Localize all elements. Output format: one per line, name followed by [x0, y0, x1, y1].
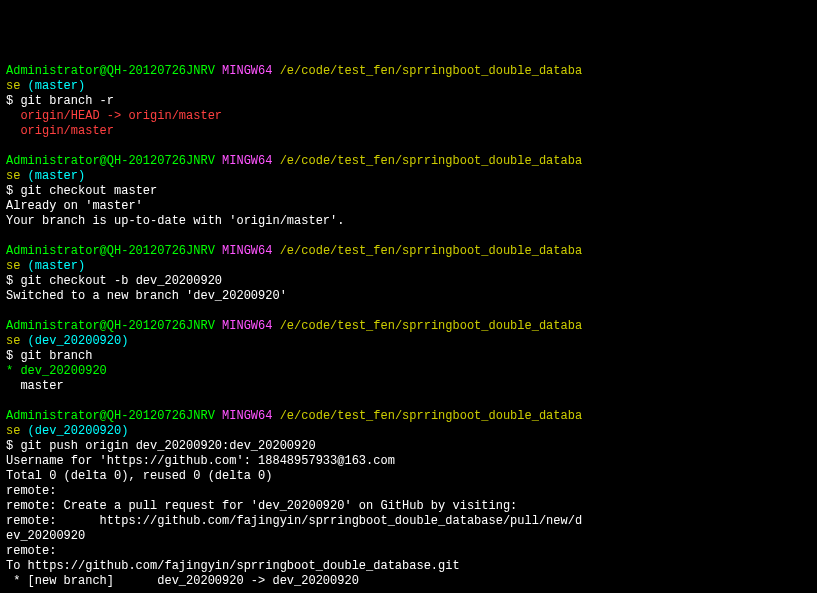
mingw-tag: MINGW64 [222, 319, 272, 333]
cwd-path: /e/code/test_fen/sprringboot_double_data… [280, 244, 582, 258]
branch-indicator: (dev_20200920) [28, 334, 129, 348]
cwd-path-wrap: se [6, 259, 20, 273]
branch-indicator: (master) [28, 79, 86, 93]
user-host: Administrator@QH-20120726JNRV [6, 409, 215, 423]
branch-output-line: origin/HEAD -> origin/master [6, 109, 222, 123]
prompt-dollar: $ [6, 274, 13, 288]
cwd-path-wrap: se [6, 79, 20, 93]
cmd-git-push: git push origin dev_20200920:dev_2020092… [20, 439, 315, 453]
output-line: Username for 'https://github.com': 18848… [6, 454, 395, 468]
output-line: remote: Create a pull request for 'dev_2… [6, 499, 517, 513]
branch-indicator: (master) [28, 169, 86, 183]
cwd-path-wrap: se [6, 334, 20, 348]
prompt-dollar: $ [6, 439, 13, 453]
mingw-tag: MINGW64 [222, 154, 272, 168]
branch-indicator: (master) [28, 259, 86, 273]
user-host: Administrator@QH-20120726JNRV [6, 244, 215, 258]
mingw-tag: MINGW64 [222, 64, 272, 78]
prompt-dollar: $ [6, 349, 13, 363]
cmd-git-checkout-b: git checkout -b dev_20200920 [20, 274, 222, 288]
output-line: ev_20200920 [6, 529, 85, 543]
mingw-tag: MINGW64 [222, 244, 272, 258]
cwd-path: /e/code/test_fen/sprringboot_double_data… [280, 319, 582, 333]
output-line: To https://github.com/fajingyin/sprringb… [6, 559, 460, 573]
prompt-dollar: $ [6, 184, 13, 198]
branch-indicator: (dev_20200920) [28, 424, 129, 438]
branch-output-line: origin/master [6, 124, 114, 138]
cwd-path: /e/code/test_fen/sprringboot_double_data… [280, 409, 582, 423]
output-line: Switched to a new branch 'dev_20200920' [6, 289, 287, 303]
output-line: remote: https://github.com/fajingyin/spr… [6, 514, 582, 528]
cmd-git-checkout-master: git checkout master [20, 184, 157, 198]
current-branch-line: * dev_20200920 [6, 364, 107, 378]
terminal-output: Administrator@QH-20120726JNRV MINGW64 /e… [6, 64, 811, 593]
output-line: Your branch is up-to-date with 'origin/m… [6, 214, 344, 228]
output-line: Total 0 (delta 0), reused 0 (delta 0) [6, 469, 272, 483]
cmd-git-branch: git branch [20, 349, 92, 363]
output-line: remote: [6, 484, 56, 498]
mingw-tag: MINGW64 [222, 409, 272, 423]
cmd-git-branch-r: git branch -r [20, 94, 114, 108]
output-line: Already on 'master' [6, 199, 143, 213]
cwd-path-wrap: se [6, 424, 20, 438]
output-line: remote: [6, 544, 56, 558]
cwd-path: /e/code/test_fen/sprringboot_double_data… [280, 64, 582, 78]
user-host: Administrator@QH-20120726JNRV [6, 64, 215, 78]
branch-line: master [6, 379, 64, 393]
prompt-dollar: $ [6, 94, 13, 108]
output-line: * [new branch] dev_20200920 -> dev_20200… [6, 574, 359, 588]
cwd-path: /e/code/test_fen/sprringboot_double_data… [280, 154, 582, 168]
user-host: Administrator@QH-20120726JNRV [6, 154, 215, 168]
cwd-path-wrap: se [6, 169, 20, 183]
user-host: Administrator@QH-20120726JNRV [6, 319, 215, 333]
